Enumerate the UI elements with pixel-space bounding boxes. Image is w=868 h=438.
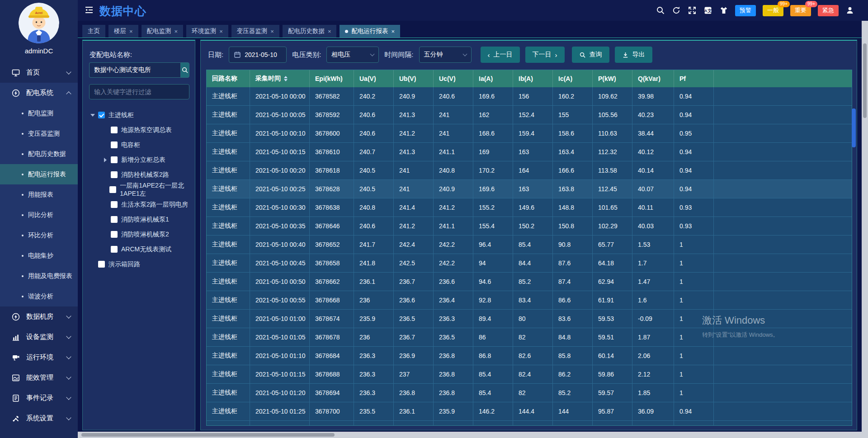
checkbox[interactable] (98, 112, 105, 118)
sidebar-item-配电系统[interactable]: 配电系统 (0, 83, 78, 103)
table-row[interactable]: 主进线柜2021-05-10 00:403678652241.7242.4242… (207, 235, 852, 254)
prev-day-button[interactable]: ‹ 上一日 (481, 47, 520, 63)
checkbox[interactable] (111, 246, 118, 253)
table-row[interactable]: 主进线柜2021-05-10 01:103678684236.3236.9236… (207, 347, 852, 365)
sidebar-subitem-谐波分析[interactable]: 谐波分析 (0, 286, 78, 306)
table-row[interactable]: 主进线柜2021-05-10 00:203678618240.5241240.8… (207, 161, 852, 180)
checkbox[interactable] (111, 141, 118, 148)
sidebar-item-事件记录[interactable]: 事件记录 (0, 388, 78, 408)
station-search-button[interactable] (180, 62, 189, 78)
sidebar-subitem-配电监测[interactable]: 配电监测 (0, 103, 78, 123)
sidebar-subitem-配电历史数据[interactable]: 配电历史数据 (0, 144, 78, 164)
checkbox[interactable] (111, 127, 118, 133)
tab-楼层[interactable]: 楼层× (108, 25, 138, 38)
table-row[interactable]: 主进线柜2021-05-10 00:303678638240.8241.4241… (207, 198, 852, 217)
checkbox[interactable] (98, 261, 105, 268)
tree-node-地源热泵空调总表[interactable]: 地源热泵空调总表 (83, 122, 195, 137)
sort-icon[interactable] (284, 76, 288, 81)
next-day-button[interactable]: 下一日 › (525, 47, 565, 63)
theme-skin-icon[interactable] (719, 6, 728, 15)
tree-filter-input[interactable] (89, 84, 189, 99)
tab-主页[interactable]: 主页 (82, 25, 105, 38)
voltage-select[interactable]: 相电压 (326, 47, 379, 63)
table-row[interactable]: 主进线柜2021-05-10 00:103678600240.6241.2241… (207, 124, 852, 143)
tree-node-消防喷淋机械泵1[interactable]: 消防喷淋机械泵1 (83, 212, 195, 227)
alert-button-1[interactable]: 预警 (735, 5, 756, 16)
table-row[interactable]: 主进线柜2021-05-10 00:453678658241.8242.5242… (207, 254, 852, 273)
table-row[interactable]: 主进线柜2021-05-10 00:003678582240.2240.9240… (207, 87, 852, 106)
fullscreen-icon[interactable] (688, 6, 697, 15)
tree-node-电容柜[interactable]: 电容柜 (83, 137, 195, 152)
table-scrollbar-thumb[interactable] (852, 108, 856, 147)
caret-down-icon[interactable] (89, 114, 96, 117)
tab-配电运行报表[interactable]: 配电运行报表× (340, 25, 400, 38)
table-row[interactable]: 主进线柜2021-05-10 00:053678592240.6241.3241… (207, 106, 852, 124)
date-picker[interactable]: 2021-05-10 (229, 47, 287, 63)
checkbox[interactable] (111, 216, 118, 223)
export-button[interactable]: 导出 (615, 47, 652, 63)
search-icon[interactable] (656, 6, 665, 15)
tree-node-主进线柜[interactable]: 主进线柜 (83, 108, 195, 122)
tab-配电历史数据[interactable]: 配电历史数据× (283, 25, 337, 38)
sidebar-subitem-用能及电费报表[interactable]: 用能及电费报表 (0, 266, 78, 286)
column-header-采集时间[interactable]: 采集时间 (250, 70, 310, 87)
checkbox[interactable] (109, 186, 116, 193)
tree-node-ARCM无线表测试[interactable]: ARCM无线表测试 (83, 242, 195, 257)
table-row[interactable]: 主进线柜2021-05-10 00:253678628240.5241240.9… (207, 180, 852, 198)
query-button[interactable]: 查询 (572, 47, 609, 63)
close-icon[interactable]: × (328, 28, 331, 35)
table-row[interactable]: 主进线柜2021-05-10 01:003678674235.9236.5236… (207, 310, 852, 328)
close-icon[interactable]: × (175, 28, 178, 35)
sidebar-subitem-变压器监测[interactable]: 变压器监测 (0, 123, 78, 144)
tree-node-消防喷淋机械泵2[interactable]: 消防喷淋机械泵2 (83, 227, 195, 242)
close-icon[interactable]: × (219, 28, 223, 35)
table-row[interactable]: 主进线柜2021-05-10 00:153678610240.7241.3241… (207, 143, 852, 161)
tree-node-生活水泵2路一层弱电房[interactable]: 生活水泵2路一层弱电房 (83, 197, 195, 212)
close-icon[interactable]: × (270, 28, 274, 35)
user-icon[interactable] (845, 6, 854, 15)
sidebar-item-首页[interactable]: 首页 (0, 62, 78, 83)
sidebar-item-设备监测[interactable]: 设备监测 (0, 327, 78, 347)
sidebar-subitem-电能集抄[interactable]: 电能集抄 (0, 245, 78, 266)
page-vertical-scrollbar[interactable] (862, 21, 868, 432)
translate-icon[interactable]: A文 (703, 6, 712, 15)
tab-变压器监测[interactable]: 变压器监测× (231, 25, 279, 38)
sidebar-item-能效管理[interactable]: 能效管理 (0, 367, 78, 388)
sidebar-subitem-用能报表[interactable]: 用能报表 (0, 184, 78, 205)
interval-select[interactable]: 五分钟 (419, 47, 472, 63)
sidebar-subitem-环比分析[interactable]: 环比分析 (0, 225, 78, 245)
checkbox[interactable] (111, 156, 118, 163)
vertical-scroll-thumb[interactable] (863, 43, 867, 118)
alert-button-3[interactable]: 重要99+ (790, 5, 811, 16)
tree-node-演示箱回路[interactable]: 演示箱回路 (83, 257, 195, 272)
table-row[interactable]: 主进线柜2021-05-10 00:553678668236236.6236.4… (207, 291, 852, 310)
sidebar-item-系统设置[interactable]: 系统设置 (0, 408, 78, 429)
sidebar-item-运行环境[interactable]: 运行环境 (0, 347, 78, 367)
tree-node-新增分立柜总表[interactable]: 新增分立柜总表 (83, 152, 195, 167)
checkbox[interactable] (111, 201, 118, 208)
table-row[interactable]: 主进线柜2021-05-10 01:153678688236.3237236.8… (207, 365, 852, 384)
alert-button-4[interactable]: 紧急 (818, 5, 839, 16)
sidebar-subitem-配电运行报表[interactable]: 配电运行报表 (0, 164, 78, 184)
checkbox[interactable] (111, 231, 118, 238)
close-icon[interactable]: × (391, 28, 395, 35)
table-row[interactable]: 主进线柜2021-05-10 01:253678700235.5236.1235… (207, 402, 852, 421)
station-input[interactable] (89, 62, 180, 78)
page-horizontal-scrollbar[interactable] (0, 432, 862, 438)
alert-button-2[interactable]: 一般99+ (763, 5, 783, 16)
close-icon[interactable]: × (129, 28, 133, 35)
caret-right-icon[interactable] (102, 158, 109, 162)
tab-配电监测[interactable]: 配电监测× (142, 25, 184, 38)
avatar[interactable]: Acrel (19, 3, 59, 43)
table-row[interactable]: 主进线柜2021-05-10 01:203678694236.3236.8236… (207, 384, 852, 402)
horizontal-scroll-thumb[interactable] (81, 433, 335, 437)
sidebar-item-数据机房[interactable]: 数据机房 (0, 306, 78, 327)
tree-node-消防栓机械泵2路[interactable]: 消防栓机械泵2路 (83, 167, 195, 182)
tab-环境监测[interactable]: 环境监测× (186, 25, 228, 38)
tree-node-一层南1APE2右一层北1APE1左[interactable]: 一层南1APE2右一层北1APE1左 (83, 182, 195, 197)
menu-collapse-icon[interactable] (84, 6, 94, 15)
refresh-icon[interactable] (672, 6, 681, 15)
table-row[interactable]: 主进线柜2021-05-10 01:053678678236236.7236.5… (207, 328, 852, 347)
table-row[interactable]: 主进线柜2021-05-10 00:353678646240.6241.2241… (207, 217, 852, 235)
sidebar-subitem-同比分析[interactable]: 同比分析 (0, 205, 78, 225)
